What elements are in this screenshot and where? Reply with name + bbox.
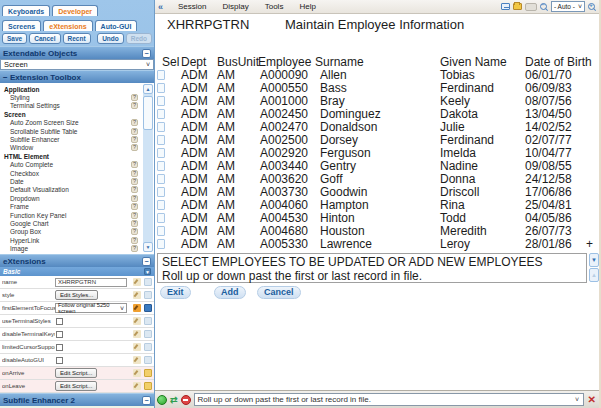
info-icon[interactable] [144, 278, 152, 286]
scroll-up-icon[interactable]: ▲ [143, 84, 153, 94]
help-icon[interactable]: ? [131, 102, 138, 109]
top-tab[interactable]: Keyboards [2, 5, 50, 16]
edit-pencil-icon[interactable] [133, 369, 141, 377]
toolbox-item[interactable]: Screen ? [0, 110, 154, 118]
exit-button[interactable]: Exit [160, 286, 191, 299]
menu-item[interactable]: Tools [257, 2, 292, 11]
stop-icon[interactable] [181, 395, 191, 405]
edit-pencil-icon[interactable] [133, 291, 141, 299]
top-tab[interactable]: Developer [52, 5, 98, 16]
toolbox-item[interactable]: Dropdown ? [0, 194, 154, 202]
sel-checkbox[interactable] [157, 161, 165, 171]
sel-checkbox[interactable] [157, 96, 165, 106]
save-button[interactable]: Save [2, 33, 27, 44]
collapse-panel-button[interactable]: − [142, 49, 151, 58]
edit-pencil-icon[interactable] [133, 343, 141, 351]
disableAutoGUI-checkbox[interactable] [56, 357, 63, 364]
collapse-panel-button[interactable]: − [142, 396, 151, 405]
edit-pencil-icon[interactable] [133, 382, 141, 390]
auto-zoom-select[interactable]: - Auto - ˅ [551, 1, 585, 12]
close-icon[interactable]: ✕ [587, 394, 597, 405]
limitedCursorSupport-checkbox[interactable] [56, 344, 63, 351]
sel-checkbox[interactable] [157, 239, 165, 249]
toolbox-item[interactable]: Subfile Enhancer ? [0, 135, 154, 143]
mode-tab[interactable]: Screens [2, 20, 41, 31]
cancel-fkey-button[interactable]: Cancel [257, 286, 301, 299]
edit-styles-button[interactable]: Edit Styles... [55, 290, 98, 300]
status-message-field[interactable]: Roll up or down past the first or last r… [194, 393, 584, 406]
mode-tab[interactable]: Auto-GUI [95, 20, 138, 31]
help-icon[interactable]: ? [131, 220, 138, 227]
toolbox-item[interactable]: Google Chart ? [0, 219, 154, 227]
help-icon[interactable]: ? [131, 237, 138, 244]
script-status-icon[interactable] [144, 382, 152, 390]
sel-checkbox[interactable] [157, 187, 165, 197]
sel-checkbox[interactable] [157, 122, 165, 132]
help-icon[interactable]: ? [131, 128, 138, 135]
info-icon[interactable] [144, 343, 152, 351]
sel-checkbox[interactable] [157, 213, 165, 223]
info-icon[interactable] [144, 291, 152, 299]
help-icon[interactable]: ? [131, 170, 138, 177]
edit-pencil-icon[interactable] [133, 330, 141, 338]
menu-item[interactable]: Help [291, 2, 323, 11]
disableTerminalKeys-checkbox[interactable] [56, 331, 63, 338]
add-button[interactable]: Add [214, 286, 246, 299]
sel-checkbox[interactable] [157, 200, 165, 210]
help-icon[interactable]: ? [131, 212, 138, 219]
info-icon[interactable] [144, 317, 152, 325]
roll-up-icon[interactable]: ▲ [589, 268, 599, 282]
sel-checkbox[interactable] [157, 174, 165, 184]
transfer-keys-icon[interactable]: ⇄ [170, 395, 178, 405]
useTerminalStyles-checkbox[interactable] [56, 318, 63, 325]
collapse-panel-button[interactable]: − [142, 257, 151, 266]
extendable-object-select[interactable]: Screen ˅ [0, 59, 154, 70]
toolbox-item[interactable]: Image ? [0, 244, 154, 252]
toolbox-item[interactable]: Date ? [0, 177, 154, 185]
help-icon[interactable]: ? [131, 144, 138, 151]
scrollbar-thumb[interactable] [143, 96, 153, 130]
help-icon[interactable]: ? [131, 245, 138, 252]
help-icon[interactable]: ? [131, 119, 138, 126]
toolbox-item[interactable]: Default Visualization ? [0, 186, 154, 194]
help-icon[interactable]: ? [131, 203, 138, 210]
scroll-down-icon[interactable]: ▼ [143, 242, 153, 252]
edit-pencil-icon[interactable] [133, 304, 141, 312]
sel-checkbox[interactable] [157, 70, 165, 80]
toolbox-item[interactable]: Auto Complete ? [0, 161, 154, 169]
cancel-button[interactable]: Cancel [29, 33, 60, 44]
name-field[interactable] [55, 278, 127, 287]
toolbox-item[interactable]: Auto Zoom Screen Size ? [0, 119, 154, 127]
folder-icon[interactable] [513, 3, 522, 10]
toolbox-item[interactable]: Group Box ? [0, 228, 154, 236]
sel-checkbox[interactable] [157, 148, 165, 158]
edit-pencil-icon[interactable] [133, 356, 141, 364]
mode-tab[interactable]: eXtensions [43, 20, 92, 31]
first-element-select[interactable]: Follow original 5250 screen ˅ [55, 303, 127, 313]
toolbox-item[interactable]: Scrollable Subfile Table ? [0, 127, 154, 135]
toolbox-item[interactable]: Function Key Panel ? [0, 211, 154, 219]
roll-down-icon[interactable]: ▼ [589, 253, 599, 267]
sel-checkbox[interactable] [157, 226, 165, 236]
edit-pencil-icon[interactable] [133, 317, 141, 325]
menu-item[interactable]: Display [214, 2, 256, 11]
info-icon[interactable] [144, 330, 152, 338]
toolbox-item[interactable]: HTML Element ? [0, 152, 154, 160]
toolbox-item[interactable]: HyperLink ? [0, 236, 154, 244]
collapse-glyph[interactable]: − [3, 73, 8, 82]
section-toggle-icon[interactable]: ▼ [144, 268, 151, 275]
toolbox-item[interactable]: Window ? [0, 144, 154, 152]
sel-checkbox[interactable] [157, 135, 165, 145]
edit-script-button[interactable]: Edit Script... [55, 368, 97, 378]
help-icon[interactable]: ? [131, 94, 138, 101]
script-status-icon[interactable] [144, 369, 152, 377]
help-icon[interactable]: ? [131, 136, 138, 143]
recnt-button[interactable]: Recnt [63, 33, 91, 44]
toolbox-item[interactable]: Terminal Settings ? [0, 102, 154, 110]
zoom-in-icon[interactable]: + [588, 3, 596, 11]
keyboard-icon[interactable] [501, 3, 510, 10]
message-history-icon[interactable]: ˅ [572, 394, 583, 405]
sel-checkbox[interactable] [157, 109, 165, 119]
help-icon[interactable]: ? [131, 195, 138, 202]
collapse-sidebar-icon[interactable]: « [158, 2, 163, 12]
